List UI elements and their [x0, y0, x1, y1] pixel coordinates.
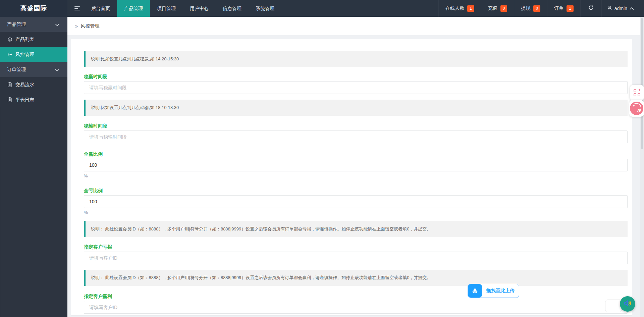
orders-button[interactable]: 订单 1: [547, 0, 580, 17]
nav-item-project[interactable]: 项目管理: [150, 0, 183, 17]
speaker-icon: [623, 299, 632, 309]
sidebar-item-close-position-log[interactable]: 平仓日志: [0, 92, 67, 107]
online-count-button[interactable]: 在线人数 1: [438, 0, 481, 17]
lose-ratio-input[interactable]: [84, 195, 628, 208]
note-text: 说明:比如设置几点到几点稳输,如:18:10-18:30: [91, 105, 179, 111]
nav-item-user-center[interactable]: 用户中心: [183, 0, 216, 17]
apps-add-icon: ✦: [634, 89, 640, 96]
document-icon: [7, 97, 12, 103]
navbar-right: 在线人数 1 充值 0 提现 0 订单 1: [438, 0, 644, 17]
sidebar: 产品管理 产品列表 风控管理 订单管理: [0, 17, 67, 317]
scrollbar-thumb[interactable]: [641, 18, 643, 149]
nav-item-dashboard[interactable]: 后台首页: [84, 0, 117, 17]
online-count-badge: 1: [467, 5, 474, 12]
nav-item-info[interactable]: 信息管理: [216, 0, 249, 17]
drag-upload-label: 拖拽至此上传: [482, 284, 519, 298]
chevron-up-icon: [630, 6, 634, 11]
lose-time-input[interactable]: [84, 130, 628, 143]
sidebar-item-risk-management[interactable]: 风控管理: [0, 47, 67, 62]
win-time-label: 稳赢时间段: [84, 74, 628, 79]
orders-badge: 1: [567, 5, 574, 12]
user-icon: [607, 5, 612, 11]
translate-bubble[interactable]: ✦ A: [629, 100, 644, 117]
collapsed-tool-panel[interactable]: [605, 300, 622, 312]
lose-ratio-label: 全亏比例: [84, 188, 628, 193]
page-title: 风控管理: [80, 23, 99, 29]
risk-form-card: 说明:比如设置几点到几点稳赢,如:14:20-15:30 稳赢时间段 说明:比如…: [71, 39, 632, 315]
read-aloud-button[interactable]: [620, 296, 635, 312]
note-assign-win: 说明： 此处设置会员ID（如：8888），多个用户用|符号分开（如：8888|9…: [84, 270, 628, 286]
translate-icon: ✦ A: [630, 102, 643, 115]
chevron-down-icon: [55, 67, 59, 72]
note-text: 说明： 此处设置会员ID（如：8888），多个用户用|符号分开（如：8888|9…: [91, 275, 431, 281]
refresh-icon: [588, 5, 594, 12]
note-text: 说明:比如设置几点到几点稳赢,如:14:20-15:30: [91, 56, 179, 62]
sidebar-item-label: 交易流水: [15, 82, 34, 88]
lose-ratio-suffix: %: [84, 210, 628, 215]
gear-icon: [7, 52, 12, 57]
sidebar-group-product[interactable]: 产品管理: [0, 17, 67, 32]
win-ratio-input[interactable]: [84, 159, 628, 171]
nav-item-product[interactable]: 产品管理: [117, 0, 150, 17]
sidebar-item-label: 平仓日志: [15, 97, 34, 103]
assign-loss-input[interactable]: [84, 252, 628, 264]
assign-win-input[interactable]: [84, 301, 628, 314]
user-menu[interactable]: admin: [601, 0, 639, 17]
assign-loss-label: 指定客户亏损: [84, 244, 628, 250]
online-count-label: 在线人数: [445, 5, 464, 11]
sidebar-item-label: 产品列表: [15, 37, 34, 43]
hamburger-menu-icon[interactable]: [70, 0, 84, 17]
note-assign-loss: 说明： 此处设置会员ID（如：8888），多个用户用|符号分开（如：8888|9…: [84, 221, 628, 237]
nav-item-system[interactable]: 系统管理: [249, 0, 281, 17]
withdraw-badge: 0: [533, 5, 540, 12]
sidebar-item-label: 风控管理: [15, 52, 34, 58]
layers-icon: [7, 37, 12, 42]
orders-label: 订单: [554, 5, 564, 11]
drag-upload-dropzone[interactable]: 拖拽至此上传: [468, 284, 519, 298]
page-scrollbar[interactable]: [640, 17, 644, 317]
sidebar-group-label: 订单管理: [7, 67, 26, 73]
main-nav: 后台首页 产品管理 项目管理 用户中心 信息管理 系统管理: [84, 0, 281, 17]
win-ratio-label: 全赢比例: [84, 151, 628, 157]
note-text: 说明： 此处设置会员ID（如：8888），多个用户用|符号分开（如：8888|9…: [91, 226, 431, 232]
refresh-button[interactable]: [580, 0, 601, 17]
assign-win-label: 指定客户赢利: [84, 294, 628, 299]
breadcrumb-chevrons-icon: »: [75, 23, 78, 29]
recharge-label: 充值: [488, 5, 497, 11]
chevron-down-icon: [55, 22, 59, 27]
sidebar-group-orders[interactable]: 订单管理: [0, 62, 67, 77]
win-ratio-suffix: %: [84, 174, 628, 178]
document-icon: [7, 82, 12, 88]
apps-shortcut-bubble[interactable]: ✦: [630, 85, 644, 100]
note-lose-time: 说明:比如设置几点到几点稳输,如:18:10-18:30: [84, 100, 628, 116]
win-time-input[interactable]: [84, 81, 628, 94]
app-logo: 高盛国际: [0, 0, 67, 17]
lose-time-label: 稳输时间段: [84, 123, 628, 128]
risk-management-admin-page: { "navbar": { "logo": "高盛国际", "menu": [ …: [0, 0, 644, 317]
sidebar-group-label: 产品管理: [7, 21, 26, 28]
cloud-upload-icon: [468, 284, 482, 298]
note-win-time: 说明:比如设置几点到几点稳赢,如:14:20-15:30: [84, 51, 628, 67]
username: admin: [614, 6, 627, 11]
top-navbar: 高盛国际 后台首页 产品管理 项目管理 用户中心 信息管理 系统管理 在线人数 …: [0, 0, 644, 17]
withdraw-label: 提现: [521, 5, 530, 11]
withdraw-button[interactable]: 提现 0: [514, 0, 547, 17]
recharge-button[interactable]: 充值 0: [481, 0, 514, 17]
breadcrumb: » 风控管理: [67, 17, 640, 35]
sidebar-item-transaction-flow[interactable]: 交易流水: [0, 77, 67, 92]
sidebar-item-product-list[interactable]: 产品列表: [0, 32, 67, 47]
recharge-badge: 0: [500, 5, 507, 12]
